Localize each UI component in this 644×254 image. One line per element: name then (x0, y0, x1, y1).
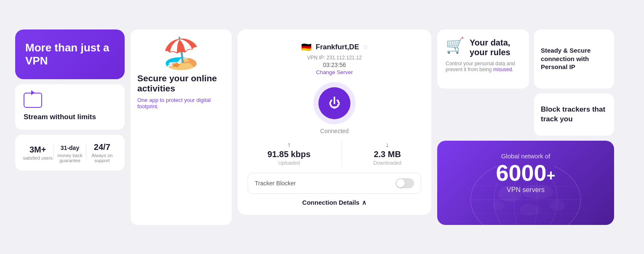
vpn-timer: 03:23:56 (323, 61, 346, 68)
chevron-up-icon: ∧ (362, 199, 366, 206)
global-network-card: Global network of 6000+ VPN servers (437, 141, 614, 225)
beach-title: Secure your online activities (137, 73, 225, 94)
steady-title: Steady & Secure connection with Personal… (541, 46, 607, 71)
favorite-star-icon[interactable]: ☆ (362, 43, 368, 51)
your-data-misused-link[interactable]: misused. (493, 67, 513, 72)
download-value: 2.3 MB (374, 150, 401, 159)
stat-guarantee: 31-day money back guarantee (54, 142, 86, 163)
stream-icon (24, 93, 42, 108)
globe-icon (467, 166, 585, 225)
download-item: ↓ 2.3 MB Downloaded (373, 141, 401, 166)
upload-value: 91.85 kbps (267, 150, 310, 159)
stat-users: 3M+ satisfied users (22, 145, 53, 160)
vpn-ip: VPN IP: 231.112.121.12 (307, 55, 361, 61)
server-name: Frankfurt,DE (316, 43, 359, 51)
right-top-row: 🛒 Your data, your rules Control your per… (437, 29, 614, 88)
upload-label: Uploaded (278, 160, 299, 166)
stats-bar: 3M+ satisfied users 31-day money back gu… (15, 135, 125, 171)
svg-point-8 (520, 203, 540, 215)
left-column: More than just a VPN Stream without limi… (15, 29, 125, 225)
your-data-description: Control your personal data and prevent i… (446, 61, 521, 72)
connection-details-button[interactable]: Connection Details ∧ (302, 199, 367, 206)
right-middle-row: Block trackers that track you (437, 94, 614, 136)
steady-card: Steady & Secure connection with Personal… (534, 29, 614, 88)
svg-point-10 (549, 200, 565, 211)
speed-row: ↑ 91.85 kbps Uploaded ↓ 2.3 MB Downloade… (248, 141, 421, 166)
hero-title: More than just a VPN (25, 41, 115, 67)
right-column: 🛒 Your data, your rules Control your per… (437, 29, 614, 225)
power-button-wrapper: ⏻ (313, 82, 355, 124)
vpn-status-card: 🇩🇪 Frankfurt,DE ☆ VPN IP: 231.112.121.12… (238, 29, 431, 215)
main-container: More than just a VPN Stream without limi… (7, 21, 637, 233)
hero-card: More than just a VPN (15, 29, 125, 79)
support-value: 24/7 (94, 142, 110, 152)
upload-arrow-icon: ↑ (287, 141, 291, 149)
your-data-header: 🛒 Your data, your rules (446, 38, 521, 57)
svg-point-6 (498, 186, 522, 201)
tracker-blocker-toggle[interactable] (395, 178, 414, 188)
global-label: Global network of (447, 152, 604, 160)
connection-details-label: Connection Details (302, 199, 360, 206)
change-server-button[interactable]: Change Server (316, 69, 353, 75)
server-header: 🇩🇪 Frankfurt,DE ☆ (301, 41, 369, 53)
beach-subtitle: One app to protect your digital footprin… (137, 97, 225, 110)
stream-card: Stream without limits (15, 84, 125, 130)
tracker-blocker-row: Tracker Blocker (248, 173, 421, 194)
flag-icon: 🇩🇪 (301, 41, 313, 53)
connected-label: Connected (320, 128, 349, 134)
stream-title: Stream without limits (24, 113, 116, 121)
guarantee-label: money back guarantee (54, 153, 86, 163)
stat-support: 24/7 Always on support (86, 142, 118, 163)
users-value: 3M+ (29, 145, 46, 155)
power-icon: ⏻ (329, 96, 340, 110)
center-column: 🇩🇪 Frankfurt,DE ☆ VPN IP: 231.112.121.12… (238, 29, 431, 225)
download-label: Downloaded (373, 160, 401, 166)
block-trackers-title: Block trackers that track you (541, 105, 607, 123)
support-label: Always on support (86, 153, 118, 163)
tracker-blocker-label: Tracker Blocker (255, 180, 296, 187)
mid-left-column: 🏖️ Secure your online activities One app… (131, 29, 232, 225)
guarantee-value: 31-day (61, 142, 79, 152)
users-label: satisfied users (23, 155, 53, 160)
your-data-card: 🛒 Your data, your rules Control your per… (437, 29, 529, 88)
download-arrow-icon: ↓ (386, 141, 389, 149)
power-button[interactable]: ⏻ (318, 87, 350, 119)
speed-divider (342, 141, 342, 166)
beach-card: 🏖️ Secure your online activities One app… (131, 29, 232, 225)
svg-point-7 (522, 184, 553, 199)
beach-emoji-icon: 🏖️ (137, 38, 225, 68)
cart-icon: 🛒 (446, 38, 465, 53)
svg-point-9 (492, 201, 504, 210)
upload-item: ↑ 91.85 kbps Uploaded (267, 141, 310, 166)
your-data-title: Your data, your rules (470, 38, 521, 57)
block-trackers-card: Block trackers that track you (534, 94, 614, 136)
